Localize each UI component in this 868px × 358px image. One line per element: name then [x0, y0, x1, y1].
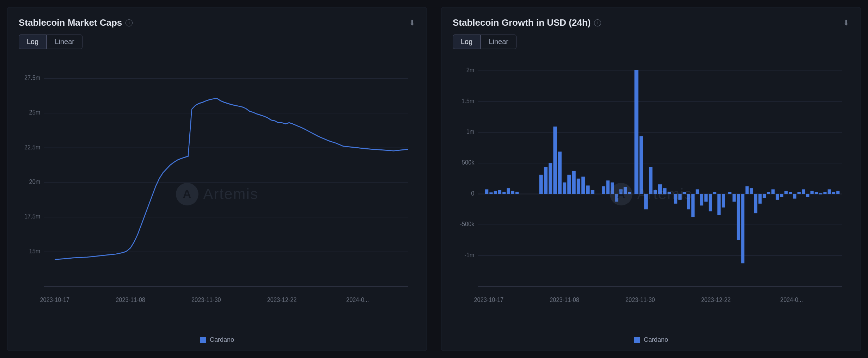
svg-rect-44 [507, 188, 510, 194]
svg-rect-69 [644, 194, 648, 210]
svg-text:20m: 20m [29, 179, 41, 186]
svg-rect-84 [713, 192, 716, 194]
toggle-group-right: Log Linear [453, 35, 849, 49]
svg-rect-71 [654, 190, 657, 194]
svg-rect-91 [745, 186, 748, 194]
svg-rect-40 [489, 192, 493, 194]
svg-rect-49 [549, 163, 552, 194]
panel-header-right: Stablecoin Growth in USD (24h) i ⬇ [453, 17, 849, 28]
market-caps-title: Stablecoin Market Caps [19, 17, 122, 28]
svg-text:2024-0...: 2024-0... [780, 296, 803, 303]
svg-text:25m: 25m [29, 109, 41, 116]
legend-left: Cardano [19, 336, 415, 344]
svg-rect-73 [663, 188, 666, 194]
growth-usd-panel: Stablecoin Growth in USD (24h) i ⬇ Log L… [441, 7, 861, 351]
svg-rect-86 [722, 194, 725, 208]
svg-rect-87 [728, 192, 731, 194]
svg-rect-104 [802, 189, 805, 194]
info-icon-right[interactable]: i [594, 19, 601, 26]
svg-rect-47 [539, 175, 543, 194]
svg-rect-96 [767, 192, 770, 194]
svg-rect-111 [832, 192, 835, 194]
svg-rect-53 [567, 175, 571, 194]
svg-rect-56 [581, 177, 585, 194]
linear-toggle-left[interactable]: Linear [47, 35, 82, 49]
svg-rect-88 [733, 194, 736, 202]
download-icon-right[interactable]: ⬇ [843, 18, 849, 27]
log-toggle-left[interactable]: Log [19, 35, 47, 49]
log-toggle-right[interactable]: Log [453, 35, 481, 49]
svg-rect-72 [658, 184, 662, 194]
download-icon-left[interactable]: ⬇ [409, 18, 415, 27]
svg-rect-93 [754, 194, 757, 214]
svg-text:22.5m: 22.5m [24, 144, 40, 151]
svg-rect-92 [750, 188, 753, 194]
svg-rect-79 [691, 194, 695, 217]
svg-rect-68 [640, 136, 643, 194]
svg-text:2023-11-30: 2023-11-30 [625, 296, 655, 303]
linear-toggle-right[interactable]: Linear [481, 35, 516, 49]
svg-rect-82 [704, 194, 708, 202]
svg-rect-67 [634, 70, 638, 194]
info-icon-left[interactable]: i [126, 19, 133, 26]
svg-text:27.5m: 27.5m [24, 74, 40, 81]
svg-rect-54 [572, 171, 576, 194]
svg-text:1.5m: 1.5m [461, 98, 474, 105]
svg-text:2023-10-17: 2023-10-17 [40, 296, 69, 303]
svg-text:500k: 500k [462, 159, 475, 166]
svg-text:2023-12-22: 2023-12-22 [267, 296, 297, 303]
svg-rect-75 [674, 194, 677, 204]
svg-text:2023-11-08: 2023-11-08 [116, 296, 145, 303]
svg-rect-81 [700, 194, 703, 206]
svg-rect-63 [615, 194, 618, 202]
svg-rect-45 [511, 191, 514, 194]
svg-rect-70 [649, 167, 652, 194]
title-row-left: Stablecoin Market Caps i [19, 17, 133, 28]
svg-rect-77 [683, 192, 686, 194]
svg-text:17.5m: 17.5m [24, 213, 40, 220]
svg-rect-42 [498, 190, 501, 194]
svg-rect-58 [591, 190, 594, 194]
svg-rect-55 [577, 179, 580, 194]
svg-rect-103 [797, 192, 801, 194]
svg-rect-64 [619, 189, 623, 194]
legend-right: Cardano [453, 336, 849, 344]
svg-text:2023-10-17: 2023-10-17 [474, 296, 503, 303]
svg-text:2023-12-22: 2023-12-22 [701, 296, 731, 303]
growth-usd-title: Stablecoin Growth in USD (24h) [453, 17, 591, 28]
svg-rect-62 [611, 183, 614, 194]
svg-rect-98 [776, 194, 779, 200]
svg-rect-85 [717, 194, 721, 215]
svg-rect-83 [709, 194, 712, 211]
svg-rect-100 [784, 191, 788, 194]
svg-rect-107 [815, 192, 818, 194]
svg-rect-90 [741, 194, 744, 264]
svg-rect-94 [758, 194, 762, 204]
legend-color-right [634, 337, 640, 343]
svg-rect-66 [628, 192, 631, 194]
svg-rect-46 [515, 192, 519, 194]
svg-rect-60 [602, 186, 605, 194]
svg-rect-105 [806, 194, 809, 197]
svg-rect-109 [823, 192, 826, 194]
svg-rect-106 [811, 191, 814, 194]
market-caps-panel: Stablecoin Market Caps i ⬇ Log Linear 27… [7, 7, 427, 351]
svg-rect-50 [553, 126, 557, 194]
svg-text:2m: 2m [466, 67, 475, 74]
svg-text:0: 0 [471, 190, 474, 197]
svg-rect-102 [793, 194, 796, 199]
svg-rect-41 [494, 191, 497, 194]
svg-rect-108 [819, 193, 822, 194]
svg-rect-78 [687, 194, 690, 210]
svg-rect-57 [586, 185, 589, 194]
svg-rect-61 [606, 180, 610, 194]
svg-rect-48 [544, 167, 548, 194]
svg-rect-39 [485, 189, 488, 194]
svg-rect-97 [771, 189, 775, 194]
svg-rect-52 [563, 183, 566, 194]
svg-rect-76 [678, 194, 681, 200]
svg-text:-500k: -500k [460, 221, 474, 228]
growth-usd-chart-area: 2m 1.5m 1m 500k 0 -500k -1m 2023-10-17 2… [453, 55, 849, 333]
svg-text:-1m: -1m [464, 252, 474, 259]
svg-text:1m: 1m [466, 128, 475, 135]
